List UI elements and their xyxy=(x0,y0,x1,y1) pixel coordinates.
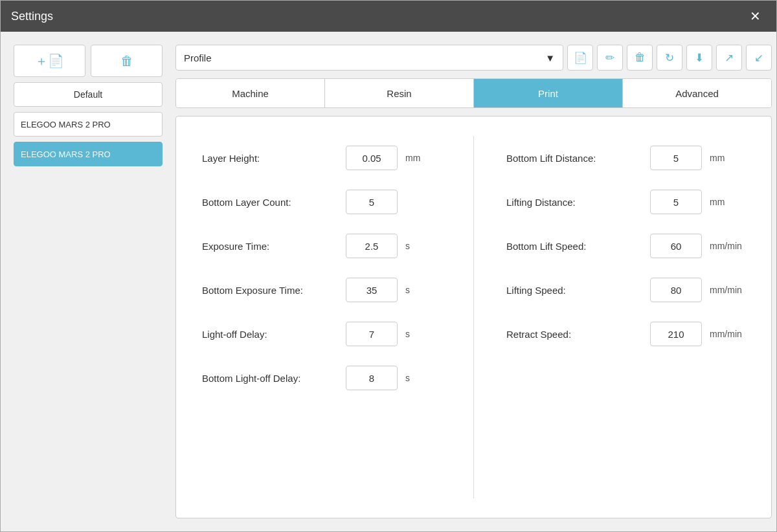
profile-item-2[interactable]: ELEGOO MARS 2 PRO xyxy=(14,142,163,166)
profile-dropdown-label: Profile xyxy=(184,52,212,63)
bottom-lift-distance-row: Bottom Lift Distance: mm xyxy=(506,136,745,180)
exposure-time-row: Exposure Time: s xyxy=(202,224,441,268)
light-off-delay-unit: s xyxy=(405,329,441,339)
main-panel: Profile ▼ 📄 ✏ 🗑 ↻ ⬇ xyxy=(175,45,772,518)
default-button[interactable]: Default xyxy=(14,82,163,107)
export-icon: ↗ xyxy=(725,51,734,65)
exposure-time-input[interactable] xyxy=(346,234,398,258)
retract-speed-label: Retract Speed: xyxy=(506,329,642,340)
pencil-icon: ✏ xyxy=(605,51,614,65)
exposure-time-label: Exposure Time: xyxy=(202,241,338,252)
import2-button[interactable]: ↙ xyxy=(746,45,772,71)
import-icon: ↙ xyxy=(754,51,763,65)
bottom-lift-distance-label: Bottom Lift Distance: xyxy=(506,153,642,164)
lifting-speed-unit: mm/min xyxy=(710,285,745,295)
trash-icon: 🗑 xyxy=(120,54,133,69)
layer-height-label: Layer Height: xyxy=(202,153,338,164)
light-off-delay-input[interactable] xyxy=(346,322,398,346)
edit-button[interactable]: ✏ xyxy=(597,45,623,71)
refresh-button[interactable]: ↻ xyxy=(657,45,682,71)
bottom-exposure-time-label: Bottom Exposure Time: xyxy=(202,285,338,296)
delete-button[interactable]: 🗑 xyxy=(627,45,653,71)
download-icon: ⬇ xyxy=(695,51,704,65)
lifting-distance-input[interactable] xyxy=(650,190,702,214)
layer-height-input[interactable] xyxy=(346,146,398,170)
window-title: Settings xyxy=(11,10,53,23)
bottom-exposure-time-input[interactable] xyxy=(346,278,398,302)
settings-area: Layer Height: mm Bottom Layer Count: Exp… xyxy=(175,116,772,518)
close-button[interactable]: ✕ xyxy=(745,7,766,25)
tab-machine[interactable]: Machine xyxy=(176,79,325,107)
sidebar: ＋📄 🗑 Default ELEGOO MARS 2 PRO ELEGOO MA… xyxy=(14,45,163,518)
import-button[interactable]: ⬇ xyxy=(686,45,712,71)
tabs-row: Machine Resin Print Advanced xyxy=(175,78,772,108)
bottom-lift-speed-label: Bottom Lift Speed: xyxy=(506,241,642,252)
column-divider xyxy=(473,136,474,498)
delete-profile-button[interactable]: 🗑 xyxy=(91,45,163,77)
sidebar-top-buttons: ＋📄 🗑 xyxy=(14,45,163,77)
bottom-light-off-delay-unit: s xyxy=(405,373,441,383)
lifting-distance-label: Lifting Distance: xyxy=(506,197,642,208)
bottom-exposure-time-row: Bottom Exposure Time: s xyxy=(202,268,441,312)
bottom-lift-distance-unit: mm xyxy=(710,153,745,163)
main-content: ＋📄 🗑 Default ELEGOO MARS 2 PRO ELEGOO MA… xyxy=(1,32,776,531)
bottom-layer-count-input[interactable] xyxy=(346,190,398,214)
light-off-delay-row: Light-off Delay: s xyxy=(202,312,441,356)
layer-height-unit: mm xyxy=(405,153,441,163)
new-doc-button[interactable]: 📄 xyxy=(567,45,593,71)
tab-advanced[interactable]: Advanced xyxy=(623,79,771,107)
bottom-layer-count-label: Bottom Layer Count: xyxy=(202,197,338,208)
left-settings-column: Layer Height: mm Bottom Layer Count: Exp… xyxy=(202,136,441,498)
bottom-layer-count-row: Bottom Layer Count: xyxy=(202,180,441,224)
bottom-lift-speed-unit: mm/min xyxy=(710,241,745,251)
retract-speed-row: Retract Speed: mm/min xyxy=(506,312,745,356)
retract-speed-input[interactable] xyxy=(650,322,702,346)
lifting-speed-label: Lifting Speed: xyxy=(506,285,642,296)
exposure-time-unit: s xyxy=(405,241,441,251)
add-icon: ＋📄 xyxy=(35,52,64,70)
bottom-lift-speed-input[interactable] xyxy=(650,234,702,258)
bottom-light-off-delay-input[interactable] xyxy=(346,366,398,390)
tab-resin[interactable]: Resin xyxy=(325,79,474,107)
lifting-speed-row: Lifting Speed: mm/min xyxy=(506,268,745,312)
chevron-down-icon: ▼ xyxy=(545,52,555,63)
toolbar-row: Profile ▼ 📄 ✏ 🗑 ↻ ⬇ xyxy=(175,45,772,71)
tab-print[interactable]: Print xyxy=(474,79,623,107)
bottom-light-off-delay-label: Bottom Light-off Delay: xyxy=(202,373,338,384)
refresh-icon: ↻ xyxy=(665,51,674,65)
bottom-exposure-time-unit: s xyxy=(405,285,441,295)
add-profile-button[interactable]: ＋📄 xyxy=(14,45,85,77)
bottom-lift-distance-input[interactable] xyxy=(650,146,702,170)
lifting-distance-unit: mm xyxy=(710,197,745,207)
profile-item-1[interactable]: ELEGOO MARS 2 PRO xyxy=(14,112,163,137)
retract-speed-unit: mm/min xyxy=(710,329,745,339)
bottom-lift-speed-row: Bottom Lift Speed: mm/min xyxy=(506,224,745,268)
light-off-delay-label: Light-off Delay: xyxy=(202,329,338,340)
delete-icon: 🗑 xyxy=(635,51,646,64)
export-button[interactable]: ↗ xyxy=(716,45,742,71)
lifting-speed-input[interactable] xyxy=(650,278,702,302)
settings-window: Settings ✕ ＋📄 🗑 Default ELEGOO MARS 2 PR… xyxy=(0,0,777,532)
titlebar: Settings ✕ xyxy=(1,1,776,32)
layer-height-row: Layer Height: mm xyxy=(202,136,441,180)
lifting-distance-row: Lifting Distance: mm xyxy=(506,180,745,224)
bottom-light-off-delay-row: Bottom Light-off Delay: s xyxy=(202,356,441,400)
new-doc-icon: 📄 xyxy=(574,51,587,65)
profile-dropdown[interactable]: Profile ▼ xyxy=(175,45,563,71)
right-settings-column: Bottom Lift Distance: mm Lifting Distanc… xyxy=(506,136,745,498)
